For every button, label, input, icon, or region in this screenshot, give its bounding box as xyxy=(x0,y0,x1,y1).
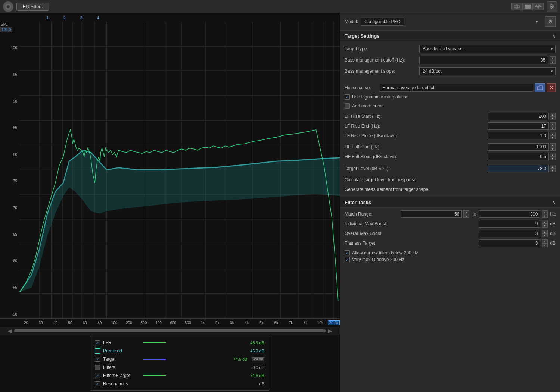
calc-target-link[interactable]: Calculate target level from response xyxy=(340,176,560,184)
match-range-to-down[interactable]: ▼ xyxy=(542,214,548,218)
model-settings-button[interactable]: ⚙ xyxy=(545,16,556,27)
lf-rise-slope-input[interactable] xyxy=(488,132,549,139)
view-icon-1[interactable] xyxy=(511,3,522,10)
gen-measurement-link[interactable]: Generate measurement from target shape xyxy=(340,185,560,194)
model-row: Model: Configurable PEQ ⚙ xyxy=(340,13,560,30)
lf-rise-start-input[interactable] xyxy=(488,113,549,120)
house-curve-close-btn[interactable]: ✕ xyxy=(547,83,556,92)
house-curve-folder-btn[interactable] xyxy=(535,83,545,92)
lf-rise-end-up[interactable]: ▲ xyxy=(550,122,556,126)
x-label-3k: 3k xyxy=(225,321,239,325)
view-icon-3[interactable] xyxy=(533,3,544,10)
overall-boost-up[interactable]: ▲ xyxy=(542,230,548,233)
chart-container[interactable]: SPL 105.0 100 95 90 85 80 75 70 65 60 55… xyxy=(0,22,340,318)
log-interp-checkbox[interactable] xyxy=(345,94,350,100)
hf-fall-start-up[interactable]: ▲ xyxy=(550,143,556,147)
legend-label-lr: L+R xyxy=(103,340,140,345)
match-range-to-up[interactable]: ▲ xyxy=(542,210,548,214)
house-curve-input[interactable] xyxy=(380,84,533,92)
legend-row-filters: Filters 0.0 dB xyxy=(95,363,264,371)
legend-check-filters-target[interactable] xyxy=(95,373,100,378)
match-range-to-input[interactable] xyxy=(479,210,540,218)
bass-cutoff-down[interactable]: ▼ xyxy=(550,60,556,64)
hf-fall-slope-label: HF Fall Slope (dB/octave): xyxy=(345,154,488,159)
hf-fall-start-down[interactable]: ▼ xyxy=(550,147,556,151)
lf-rise-end-input[interactable] xyxy=(488,122,549,130)
lf-rise-end-down[interactable]: ▼ xyxy=(550,126,556,130)
bass-slope-select[interactable]: 24 dB/oct xyxy=(419,67,556,75)
legend-check-filters[interactable] xyxy=(95,365,100,370)
x-label-20: 20 xyxy=(19,321,33,325)
match-range-from-input[interactable] xyxy=(401,210,462,218)
target-level-down[interactable]: ▼ xyxy=(550,169,556,172)
eq-filters-button[interactable]: EQ Filters xyxy=(16,3,49,11)
filter-num-2[interactable]: 2 xyxy=(56,16,73,20)
settings-button[interactable]: ⚙ xyxy=(547,1,557,12)
flatness-down[interactable]: ▼ xyxy=(542,243,548,247)
log-interp-row: Use logarithmic interpolation xyxy=(340,94,560,100)
filter-num-1[interactable]: 1 xyxy=(39,16,56,20)
lf-rise-end-row: LF Rise End (Hz): ▲ ▼ xyxy=(340,121,560,131)
narrow-filters-label: Allow narrow filters below 200 Hz xyxy=(352,250,418,255)
view-icon-2[interactable] xyxy=(522,3,533,10)
lf-rise-start-up[interactable]: ▲ xyxy=(550,113,556,116)
legend-line-lr xyxy=(143,342,166,344)
flatness-input[interactable] xyxy=(479,239,540,247)
x-label-600: 600 xyxy=(166,321,180,325)
scroll-right[interactable]: ▶ xyxy=(326,328,334,334)
legend-check-predicted[interactable] xyxy=(95,348,100,354)
scrollbar-track[interactable] xyxy=(14,329,326,332)
narrow-filters-checkbox[interactable] xyxy=(345,250,350,255)
legend-label-filters: Filters xyxy=(103,365,140,370)
flatness-up[interactable]: ▲ xyxy=(542,239,548,243)
target-settings-title: Target Settings xyxy=(345,33,380,39)
flatness-unit: dB xyxy=(550,241,556,246)
bass-cutoff-up[interactable]: ▲ xyxy=(550,56,556,60)
legend-check-target[interactable] xyxy=(95,357,100,362)
match-range-unit: Hz xyxy=(550,211,556,217)
individual-boost-up[interactable]: ▲ xyxy=(542,220,548,224)
lf-rise-start-down[interactable]: ▼ xyxy=(550,116,556,120)
model-select[interactable]: Configurable PEQ xyxy=(361,18,404,26)
bass-slope-control: 24 dB/oct xyxy=(419,67,556,75)
x-label-10k: 10k xyxy=(313,321,327,325)
filter-num-4[interactable]: 4 xyxy=(90,16,106,20)
legend-check-resonances[interactable] xyxy=(95,381,100,386)
x-label-80: 80 xyxy=(92,321,107,325)
overall-boost-input[interactable] xyxy=(479,230,540,237)
bass-cutoff-row: Bass management cutoff (Hz): ▲ ▼ xyxy=(345,56,556,65)
lf-rise-slope-down[interactable]: ▼ xyxy=(550,136,556,139)
lf-rise-slope-spin: ▲ ▼ xyxy=(550,132,556,139)
filter-tasks-content: Match Range: ▲ ▼ to ▲ ▼ Hz xyxy=(340,208,560,264)
lf-rise-end-spin: ▲ ▼ xyxy=(550,122,556,130)
filter-tasks-collapse[interactable]: ∧ xyxy=(552,199,556,205)
individual-boost-input[interactable] xyxy=(479,220,540,228)
hf-fall-slope-down[interactable]: ▼ xyxy=(550,157,556,160)
hf-fall-slope-input[interactable] xyxy=(488,153,549,160)
hf-fall-slope-up[interactable]: ▲ xyxy=(550,153,556,157)
legend-check-lr[interactable] xyxy=(95,340,100,345)
scroll-left[interactable]: ◀ xyxy=(6,328,14,334)
target-level-input[interactable] xyxy=(488,165,549,172)
filter-num-3[interactable]: 3 xyxy=(73,16,90,20)
scrollbar-thumb[interactable] xyxy=(14,329,326,332)
target-level-up[interactable]: ▲ xyxy=(550,165,556,169)
x-label-7k: 7k xyxy=(283,321,298,325)
x-label-200: 200 xyxy=(122,321,136,325)
bass-slope-select-wrapper: 24 dB/oct xyxy=(419,67,556,75)
match-range-from-down[interactable]: ▼ xyxy=(463,214,469,218)
target-type-select[interactable]: Bass limited speaker xyxy=(419,45,556,53)
lf-rise-slope-up[interactable]: ▲ xyxy=(550,132,556,136)
vary-q-checkbox[interactable] xyxy=(345,257,350,262)
add-room-row: Add room curve xyxy=(340,103,560,109)
match-range-from-up[interactable]: ▲ xyxy=(463,210,469,214)
individual-boost-down[interactable]: ▼ xyxy=(542,224,548,228)
individual-boost-group: ▲ ▼ dB xyxy=(479,220,556,228)
overall-boost-down[interactable]: ▼ xyxy=(542,233,548,237)
overall-boost-group: ▲ ▼ dB xyxy=(479,230,556,237)
bass-cutoff-input[interactable] xyxy=(419,56,548,64)
target-settings-collapse[interactable]: ∧ xyxy=(552,33,556,39)
hf-fall-start-input[interactable] xyxy=(488,143,549,151)
model-select-wrapper: Configurable PEQ xyxy=(361,18,541,26)
add-room-checkbox[interactable] xyxy=(345,103,350,109)
